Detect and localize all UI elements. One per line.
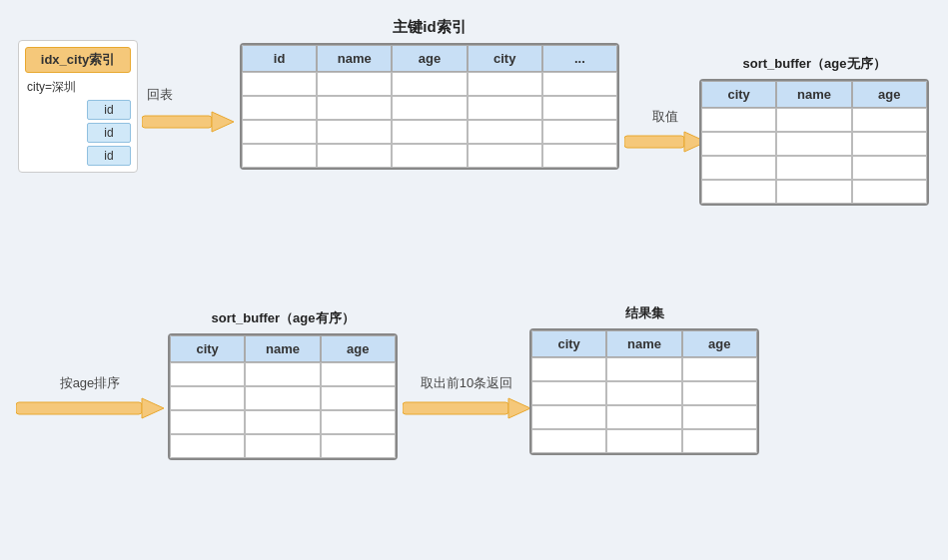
su-col-name: name bbox=[776, 81, 851, 108]
sort-sorted-body bbox=[170, 362, 396, 458]
svg-rect-1 bbox=[142, 116, 212, 128]
arrow-label-agesort: 按age排序 bbox=[60, 374, 121, 392]
svg-rect-7 bbox=[16, 402, 142, 414]
svg-rect-4 bbox=[624, 136, 684, 148]
result-title: 结果集 bbox=[529, 304, 759, 322]
arrow-age-sort: 按age排序 bbox=[16, 374, 164, 422]
sort-unsorted-table: city name age bbox=[699, 79, 929, 206]
sort-unsorted-title: sort_buffer（age无序） bbox=[699, 55, 929, 73]
pk-table: id name age city ... bbox=[240, 43, 619, 170]
rs-col-name: name bbox=[606, 330, 681, 357]
ss-col-name: name bbox=[245, 335, 320, 362]
sort-buffer-unsorted-box: sort_buffer（age无序） city name age bbox=[699, 55, 929, 206]
result-table: city name age bbox=[529, 328, 759, 455]
idx-title: idx_city索引 bbox=[25, 47, 131, 73]
arrow-top10: 取出前10条返回 bbox=[403, 374, 530, 422]
idx-id-3: id bbox=[87, 146, 131, 166]
pk-col-city: city bbox=[468, 45, 542, 72]
arrow-huibiao-svg bbox=[142, 108, 234, 136]
idx-ids: id id id bbox=[25, 100, 131, 166]
pk-table-box: 主键id索引 id name age city ... bbox=[240, 18, 619, 170]
idx-id-1: id bbox=[87, 100, 131, 120]
pk-col-name: name bbox=[317, 45, 392, 72]
ss-col-age: age bbox=[321, 335, 396, 362]
pk-table-body bbox=[242, 72, 617, 168]
sort-unsorted-header: city name age bbox=[701, 81, 927, 108]
pk-col-age: age bbox=[392, 45, 467, 72]
pk-table-header: id name age city ... bbox=[242, 45, 617, 72]
pk-col-etc: ... bbox=[542, 45, 617, 72]
idx-condition: city=深圳 bbox=[25, 79, 131, 96]
su-col-city: city bbox=[701, 81, 776, 108]
arrow-quezhi-svg bbox=[624, 128, 706, 156]
idx-id-2: id bbox=[87, 123, 131, 143]
rs-col-age: age bbox=[682, 330, 757, 357]
idx-city-box: idx_city索引 city=深圳 id id id bbox=[18, 40, 138, 173]
ss-col-city: city bbox=[170, 335, 245, 362]
svg-marker-8 bbox=[142, 398, 164, 418]
diagram-container: idx_city索引 city=深圳 id id id 回表 主键id索引 id… bbox=[0, 0, 948, 560]
pk-col-id: id bbox=[242, 45, 317, 72]
pk-table-title: 主键id索引 bbox=[240, 18, 619, 37]
svg-rect-10 bbox=[403, 402, 508, 414]
result-set-box: 结果集 city name age bbox=[529, 304, 759, 455]
rs-col-city: city bbox=[531, 330, 606, 357]
sort-sorted-header: city name age bbox=[170, 335, 396, 362]
arrow-agesort-svg bbox=[16, 394, 164, 422]
svg-marker-2 bbox=[212, 112, 234, 132]
arrow-top10-svg bbox=[403, 394, 530, 422]
arrow-label-quezhi: 取值 bbox=[652, 108, 678, 126]
result-header: city name age bbox=[531, 330, 757, 357]
sort-sorted-table: city name age bbox=[168, 333, 398, 460]
arrow-label-huitbiao: 回表 bbox=[147, 86, 173, 104]
arrow-idx-to-pk: 回表 bbox=[142, 108, 234, 136]
sort-unsorted-body bbox=[701, 108, 927, 204]
arrow-pk-to-sort: 取值 bbox=[624, 108, 706, 156]
svg-marker-11 bbox=[508, 398, 530, 418]
su-col-age: age bbox=[852, 81, 927, 108]
sort-sorted-title: sort_buffer（age有序） bbox=[168, 309, 398, 327]
sort-buffer-sorted-box: sort_buffer（age有序） city name age bbox=[168, 309, 398, 460]
arrow-label-top10: 取出前10条返回 bbox=[421, 374, 512, 392]
result-body bbox=[531, 357, 757, 453]
